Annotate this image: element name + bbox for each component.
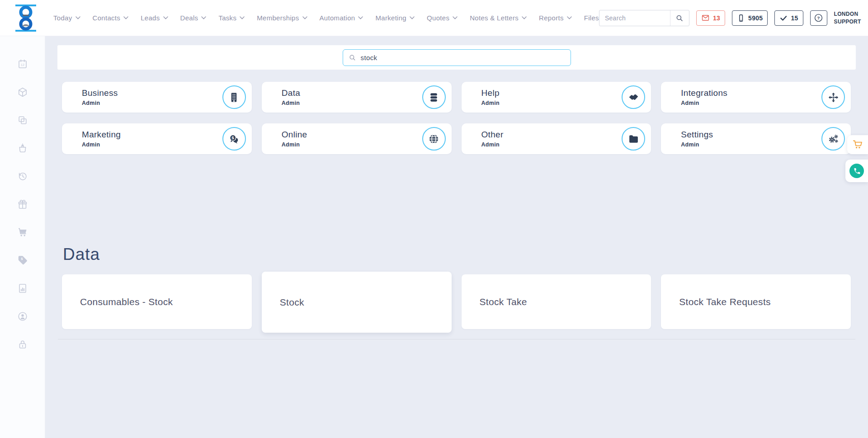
nav-label: Quotes [427, 14, 449, 22]
nav-item-reports[interactable]: Reports [539, 14, 572, 22]
chevron-down-icon [302, 16, 307, 19]
nav-item-leads[interactable]: Leads [141, 14, 168, 22]
card-subtitle: Admin [82, 141, 121, 148]
result-card-stock[interactable]: Stock [262, 272, 452, 333]
help-button[interactable]: ? [810, 10, 827, 26]
card-title: Business [82, 88, 118, 98]
app-logo-hourglass-icon[interactable] [13, 4, 39, 32]
admin-card-help[interactable]: Help Admin [462, 82, 651, 113]
result-card-title: Stock Take Requests [679, 297, 771, 307]
section-divider [58, 339, 855, 339]
nav-label: Contacts [93, 14, 121, 22]
card-icon-circle [222, 85, 246, 109]
card-icon-circle [821, 85, 845, 109]
result-card-title: Stock [280, 297, 304, 308]
card-icon-circle [821, 127, 845, 151]
result-card-title: Consumables - Stock [80, 297, 173, 307]
nav-item-deals[interactable]: Deals [180, 14, 207, 22]
nav-item-notes-letters[interactable]: Notes & Letters [470, 14, 527, 22]
svg-text:?: ? [817, 15, 820, 20]
phone-count: 5905 [748, 14, 763, 22]
global-search [599, 10, 689, 26]
card-icon-circle [422, 85, 446, 109]
nav-item-marketing[interactable]: Marketing [375, 14, 415, 22]
chevron-down-icon [75, 16, 80, 19]
nav-item-tasks[interactable]: Tasks [218, 14, 245, 22]
sidebar-item-account[interactable] [17, 311, 28, 322]
admin-card-other[interactable]: Other Admin [462, 123, 651, 154]
admin-card-marketing[interactable]: Marketing Admin $ [62, 123, 252, 154]
sidebar-item-pricing[interactable]: $ [17, 255, 28, 266]
nav-label: Files [584, 14, 599, 22]
card-subtitle: Admin [82, 100, 118, 106]
module-search-input[interactable] [361, 54, 565, 61]
admin-card-data[interactable]: Data Admin [262, 82, 452, 113]
history-icon [17, 171, 28, 182]
card-title: Data [282, 88, 300, 98]
nav-label: Memberships [257, 14, 299, 22]
sidebar-item-rewards[interactable] [17, 199, 28, 210]
nav-item-automation[interactable]: Automation [320, 14, 363, 22]
sidebar-item-reports[interactable] [17, 283, 28, 294]
search-result-grid: Consumables - Stock Stock Stock Take Sto… [62, 274, 851, 333]
search-icon [675, 14, 684, 22]
nav-item-today[interactable]: Today [53, 14, 80, 22]
search-icon [349, 54, 356, 61]
phone-circle [849, 164, 864, 178]
card-icon-circle [622, 85, 645, 109]
phone-badge-button[interactable]: 5905 [732, 10, 768, 26]
nav-item-files[interactable]: Files [584, 14, 599, 22]
shopping-bag-add-icon [17, 143, 28, 154]
admin-card-online[interactable]: Online Admin [262, 123, 452, 154]
sidebar-item-calendar[interactable]: 12 [17, 59, 28, 70]
card-title: Other [481, 130, 504, 140]
sidebar-item-shop[interactable] [17, 227, 28, 238]
user-name-line2: SUPPORT [834, 18, 861, 25]
chevron-down-icon [567, 16, 572, 19]
result-card-stock-take-requests[interactable]: Stock Take Requests [661, 274, 851, 329]
nav-label: Notes & Letters [470, 14, 519, 22]
globe-icon [428, 133, 439, 145]
admin-card-business[interactable]: Business Admin [62, 82, 252, 113]
card-icon-circle: $ [222, 127, 246, 151]
sidebar-item-duplicates[interactable] [17, 115, 28, 126]
check-icon [779, 14, 788, 22]
chevron-down-icon [358, 16, 363, 19]
sidebar-item-products[interactable] [17, 87, 28, 98]
card-title: Help [481, 88, 500, 98]
admin-card-integrations[interactable]: Integrations Admin [661, 82, 851, 113]
cart-icon [17, 227, 28, 238]
user-name-line1: LONDON [834, 10, 861, 18]
result-card-consumables-stock[interactable]: Consumables - Stock [62, 274, 252, 329]
chevron-down-icon [163, 16, 168, 19]
sidebar-item-history[interactable] [17, 171, 28, 182]
chevron-down-icon [201, 16, 206, 19]
nav-item-memberships[interactable]: Memberships [257, 14, 307, 22]
floating-phone-button[interactable] [845, 160, 868, 182]
cart-icon [852, 139, 863, 150]
nav-label: Reports [539, 14, 564, 22]
chevron-down-icon [123, 16, 128, 19]
sidebar-item-security[interactable] [17, 339, 28, 350]
chevron-down-icon [522, 16, 527, 19]
module-search-strip [57, 45, 856, 70]
tasks-badge-button[interactable]: 15 [774, 10, 803, 26]
main-content: Business Admin Data Admin Help Admin [45, 36, 868, 438]
card-title: Settings [681, 130, 713, 140]
nav-item-contacts[interactable]: Contacts [93, 14, 129, 22]
chat-dollar-icon: $ [228, 133, 240, 145]
sidebar-item-orders[interactable] [17, 143, 28, 154]
lock-icon [17, 339, 28, 350]
report-icon [17, 283, 28, 294]
tasks-count: 15 [791, 14, 798, 22]
card-title: Integrations [681, 88, 727, 98]
admin-card-settings[interactable]: Settings Admin [661, 123, 851, 154]
result-card-stock-take[interactable]: Stock Take [462, 274, 651, 329]
floating-cart-button[interactable] [847, 135, 868, 154]
global-search-input[interactable] [599, 14, 670, 22]
global-search-button[interactable] [670, 10, 689, 26]
nav-item-quotes[interactable]: Quotes [427, 14, 458, 22]
question-circle-icon: ? [814, 13, 823, 23]
mail-badge-button[interactable]: 13 [696, 10, 725, 26]
gears-icon [828, 133, 839, 145]
